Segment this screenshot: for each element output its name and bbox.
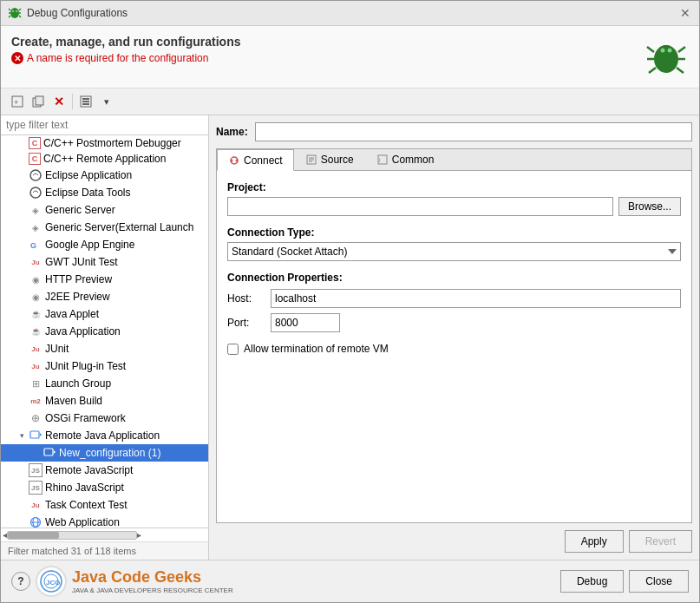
close-window-btn[interactable]: ✕ — [678, 6, 692, 20]
expand-arrow-9 — [16, 274, 27, 285]
item-label-junit: JUnit — [45, 343, 69, 355]
revert-button[interactable]: Revert — [629, 530, 692, 553]
tree-item-eclipse-data[interactable]: Eclipse Data Tools — [1, 184, 208, 201]
tab-source[interactable]: Source — [294, 149, 365, 170]
footer-left: ? JCG Java Code Geeks JAVA & JAVA DEVELO… — [11, 566, 233, 597]
name-input[interactable] — [255, 122, 692, 141]
svg-line-17 — [649, 68, 656, 73]
expand-arrow-16 — [16, 396, 27, 406]
svg-rect-22 — [36, 96, 43, 105]
tree-item-launch-group[interactable]: ⊞ Launch Group — [1, 375, 208, 392]
tree-item-cpp-postmortem[interactable]: C C/C++ Postmortem Debugger — [1, 135, 208, 151]
tree-item-generic-server[interactable]: ◈ Generic Server — [1, 201, 208, 219]
header-section: Create, manage, and run configurations ✕… — [1, 26, 699, 88]
tree-item-remote-js[interactable]: JS Remote JavaScript — [1, 462, 208, 479]
tree-item-remote-java[interactable]: ▾ Remote Java Application — [1, 427, 208, 444]
delete-config-btn[interactable]: ✕ — [49, 92, 69, 111]
common-tab-icon: i — [376, 154, 389, 166]
tree-item-gwt-junit[interactable]: Ju GWT JUnit Test — [1, 253, 208, 271]
expand-arrow-14 — [16, 361, 27, 371]
tab-connect-label: Connect — [244, 154, 283, 167]
allow-termination-checkbox[interactable] — [227, 344, 239, 355]
tree-item-osgi[interactable]: ⊕ OSGi Framework — [1, 410, 208, 427]
expand-arrow-15 — [16, 378, 27, 389]
tree-item-web-app[interactable]: Web Application — [1, 514, 208, 528]
debug-configurations-window: Debug Configurations ✕ Create, manage, a… — [0, 0, 700, 603]
tree-item-generic-server-ext[interactable]: ◈ Generic Server(External Launch — [1, 219, 208, 236]
item-label-eclipse-data: Eclipse Data Tools — [45, 187, 131, 199]
tree-item-java-applet[interactable]: ☕ Java Applet — [1, 305, 208, 323]
expand-arrow-4 — [16, 187, 27, 198]
svg-line-4 — [19, 9, 21, 10]
svg-rect-25 — [82, 101, 89, 102]
project-group: Project: Browse... — [227, 181, 681, 216]
tree-item-j2ee[interactable]: ◉ J2EE Preview — [1, 288, 208, 305]
name-row: Name: — [216, 122, 692, 141]
item-icon-remote-js: JS — [29, 463, 43, 477]
port-label: Port: — [227, 317, 271, 329]
host-input[interactable] — [271, 289, 681, 308]
tree-item-task-context[interactable]: Ju Task Context Test — [1, 496, 208, 514]
svg-rect-26 — [82, 103, 89, 105]
horizontal-scrollbar[interactable] — [7, 531, 137, 540]
tab-bar: Connect Source — [217, 149, 691, 171]
tree-item-new-config[interactable]: New_configuration (1) — [1, 444, 208, 462]
tree-item-rhino-js[interactable]: JS Rhino JavaScript — [1, 479, 208, 496]
tree-item-junit[interactable]: Ju JUnit — [1, 340, 208, 357]
header-bug-graphic — [644, 35, 689, 82]
scroll-right-btn[interactable]: ▸ — [137, 530, 141, 540]
tree-item-cpp-remote[interactable]: C C/C++ Remote Application — [1, 151, 208, 167]
tree-item-maven[interactable]: m2 Maven Build — [1, 392, 208, 410]
footer-right: Debug Close — [560, 570, 689, 593]
tree-item-java-app[interactable]: ☕ Java Application — [1, 323, 208, 340]
connect-tab-icon — [228, 154, 240, 167]
svg-point-10 — [659, 45, 673, 59]
tab-connect[interactable]: Connect — [217, 149, 294, 171]
filter-config-btn[interactable] — [76, 92, 95, 111]
logo-text-area: Java Code Geeks JAVA & JAVA DEVELOPERS R… — [72, 568, 233, 594]
expand-arrow-13 — [16, 344, 27, 354]
item-icon-google-app: G — [29, 238, 43, 252]
left-panel: C C/C++ Postmortem Debugger C C/C++ Remo… — [1, 115, 209, 560]
header-error: ✕ A name is required for the configurati… — [11, 52, 241, 64]
logo-tagline: JAVA & JAVA DEVELOPERS RESOURCE CENTER — [72, 587, 233, 594]
collapse-btn[interactable]: ▾ — [97, 92, 116, 111]
item-label-generic-server: Generic Server — [45, 204, 115, 216]
tab-common[interactable]: i Common — [365, 149, 446, 170]
filter-input[interactable] — [1, 115, 208, 135]
port-input[interactable] — [271, 313, 340, 332]
item-label-osgi: OSGi Framework — [45, 412, 126, 424]
help-button[interactable]: ? — [11, 572, 30, 591]
item-icon-remote-java — [29, 429, 43, 442]
svg-text:i: i — [379, 157, 381, 163]
item-label-j2ee: J2EE Preview — [45, 291, 110, 303]
svg-point-2 — [16, 10, 17, 12]
connection-props-label: Connection Properties: — [227, 272, 681, 284]
item-label-http-preview: HTTP Preview — [45, 273, 112, 285]
close-button[interactable]: Close — [629, 570, 689, 593]
error-message: A name is required for the configuration — [27, 52, 208, 64]
debug-button[interactable]: Debug — [560, 570, 624, 593]
error-icon: ✕ — [11, 52, 23, 64]
new-config-btn[interactable]: + — [8, 92, 27, 111]
item-label-remote-js: Remote JavaScript — [45, 464, 133, 476]
svg-point-1 — [12, 10, 14, 12]
item-label-new-config: New_configuration (1) — [59, 447, 160, 459]
termination-row: Allow termination of remote VM — [227, 343, 681, 355]
duplicate-config-btn[interactable] — [29, 92, 48, 111]
item-label-junit-plugin: JUnit Plug-in Test — [45, 360, 126, 372]
apply-button[interactable]: Apply — [565, 530, 624, 553]
tree-item-junit-plugin[interactable]: Ju JUnit Plug-in Test — [1, 357, 208, 375]
svg-line-7 — [9, 16, 10, 17]
tree-item-eclipse-app[interactable]: Eclipse Application — [1, 167, 208, 184]
action-buttons: Apply Revert — [216, 523, 692, 553]
connection-type-label: Connection Type: — [227, 226, 681, 239]
tree-item-google-app[interactable]: G Google App Engine — [1, 236, 208, 253]
project-input[interactable] — [227, 197, 613, 216]
item-icon-web-app — [29, 515, 43, 528]
tree-item-http-preview[interactable]: ◉ HTTP Preview — [1, 271, 208, 288]
expand-arrow-22 — [16, 500, 27, 510]
browse-button[interactable]: Browse... — [618, 197, 681, 216]
connection-type-select[interactable]: Standard (Socket Attach) Socket Listen S… — [227, 242, 681, 261]
connection-type-wrapper: Standard (Socket Attach) Socket Listen S… — [227, 242, 681, 261]
